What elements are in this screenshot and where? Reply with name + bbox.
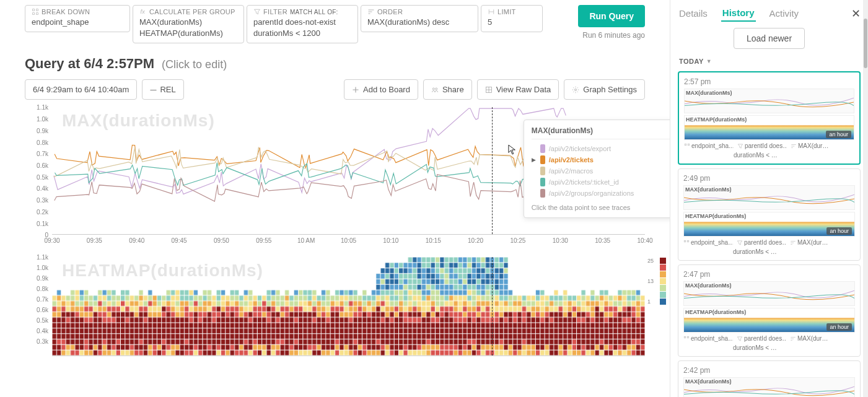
breakdown-icon [683, 240, 690, 246]
run-query-button[interactable]: Run Query [578, 5, 645, 27]
share-text: Share [442, 85, 464, 94]
rel-text: REL [160, 85, 175, 94]
order-icon [791, 143, 797, 149]
order-value: MAX(durationMs) desc [367, 17, 471, 28]
calculate-value-2: HEATMAP(durationMs) [139, 28, 237, 39]
hover-line-2 [492, 257, 493, 356]
svg-text:fx: fx [141, 9, 146, 15]
chart1-y-axis: 1.1k1.0k0.9k0.8k0.7k0.6k0.5k0.4k0.3k0.2k… [25, 107, 50, 235]
limit-value: 5 [488, 17, 536, 28]
share-button[interactable]: Share [423, 79, 472, 100]
history-card[interactable]: 2:57 pmMAX(durationMs)HEATMAP(durationMs… [678, 71, 861, 165]
order-segment[interactable]: ORDER MAX(durationMs) desc [361, 5, 478, 32]
history-card[interactable]: 2:49 pmMAX(durationMs)HEATMAP(durationMs… [678, 168, 861, 261]
order-label: ORDER [377, 8, 403, 15]
gear-icon [572, 86, 579, 94]
svg-rect-7 [684, 240, 686, 242]
hover-line [492, 107, 493, 234]
function-icon: fx [139, 8, 147, 15]
edit-hint: (Click to edit) [162, 58, 227, 71]
history-time: 2:47 pm [683, 270, 855, 279]
tooltip-row[interactable]: ▶/api/v2/tickets702 [532, 154, 670, 165]
tooltip-row[interactable]: /api/v2/tickets/:ticket_id510 [532, 177, 670, 188]
sidebar-scrollbar[interactable] [863, 0, 868, 397]
history-thumb-line: MAX(durationMs) [683, 377, 855, 397]
history-thumb-line: MAX(durationMs) [683, 281, 855, 306]
heatmap-legend: 25131 [647, 257, 666, 305]
history-meta-2: durationMs < … [683, 344, 855, 351]
history-time: 2:42 pm [683, 366, 855, 375]
chart1-x-axis: 09:3009:3509:4009:4509:5009:5510 AM10:05… [52, 237, 645, 250]
add-to-board-button[interactable]: Add to Board [344, 79, 418, 100]
rel-button[interactable]: —REL [142, 79, 183, 100]
add-to-board-text: Add to Board [363, 85, 410, 94]
history-card[interactable]: 2:42 pmMAX(durationMs)HEATMAP(durationMs… [678, 360, 861, 397]
svg-rect-8 [687, 240, 689, 242]
table-icon [485, 86, 493, 94]
svg-rect-5 [685, 144, 686, 146]
chart2-plot[interactable] [52, 257, 645, 356]
svg-point-2 [436, 88, 437, 90]
filter-value-2: durationMs < 1200 [253, 28, 351, 39]
limit-segment[interactable]: LIMIT 5 [481, 5, 543, 32]
order-icon [367, 8, 375, 15]
filter-icon [737, 336, 743, 342]
breakdown-segment[interactable]: BREAK DOWN endpoint_shape [25, 5, 130, 32]
heatmap-chart[interactable]: HEATMAP(durationMs) 1.1k1.0k0.9k0.8k0.7k… [25, 257, 645, 356]
line-chart[interactable]: MAX(durationMs) 1.1k1.0k0.9k0.8k0.7k0.6k… [25, 107, 645, 250]
toolbar: 6/4 9:29am to 6/4 10:40am —REL Add to Bo… [0, 77, 670, 107]
breakdown-icon [32, 8, 39, 15]
svg-point-4 [575, 89, 577, 90]
tab-details[interactable]: Details [678, 6, 709, 21]
svg-rect-6 [688, 144, 690, 146]
chart-tooltip: MAX(durationMs) /api/v2/tickets/export1,… [524, 120, 670, 218]
run-subtext: Run 6 minutes ago [578, 31, 645, 40]
breakdown-label: BREAK DOWN [42, 8, 90, 15]
chart2-y-axis: 1.1k1.0k0.9k0.8k0.7k0.6k0.5k0.4k0.3k [25, 257, 50, 341]
history-list: 2:57 pmMAX(durationMs)HEATMAP(durationMs… [670, 68, 868, 397]
history-meta: endpoint_sha…parentId does…MAX(dur… [683, 335, 855, 342]
filter-icon [737, 143, 743, 149]
limit-label: LIMIT [498, 8, 516, 15]
calculate-segment[interactable]: fxCALCULATE PER GROUP MAX(durationMs) HE… [133, 5, 244, 43]
history-meta-2: durationMs < … [683, 248, 855, 255]
close-sidebar-button[interactable]: ✕ [851, 7, 861, 20]
tooltip-footer: Click the data point to see traces [532, 204, 670, 211]
history-thumb-heat: HEATMAP(durationMs)an hour [684, 115, 854, 140]
query-builder: BREAK DOWN endpoint_shape fxCALCULATE PE… [0, 5, 670, 43]
breakdown-icon [684, 143, 690, 149]
breakdown-value: endpoint_shape [32, 17, 123, 28]
filter-value-1: parentId does-not-exist [253, 17, 351, 28]
graph-settings-button[interactable]: Graph Settings [564, 79, 645, 100]
history-meta-2: durationMs < … [684, 152, 854, 159]
calculate-label: CALCULATE PER GROUP [149, 8, 235, 15]
cursor-icon [508, 144, 517, 155]
view-raw-text: View Raw Data [496, 85, 551, 94]
filter-icon [737, 240, 743, 246]
history-section-today[interactable]: TODAY ▼ [670, 55, 868, 68]
tooltip-row[interactable]: /api/v2/macros628 [532, 165, 670, 177]
history-thumb-line: MAX(durationMs) [683, 185, 855, 210]
svg-point-1 [432, 88, 434, 90]
timerange-button[interactable]: 6/4 9:29am to 6/4 10:40am [25, 79, 137, 100]
view-raw-button[interactable]: View Raw Data [477, 79, 559, 100]
graph-settings-text: Graph Settings [583, 85, 637, 94]
breakdown-icon [683, 336, 690, 342]
filter-suffix: MATCH ALL OF: [290, 9, 338, 15]
tooltip-row[interactable]: /api/v2/tickets/export1,182 [532, 143, 670, 154]
plus-icon [352, 86, 359, 94]
svg-rect-10 [687, 336, 689, 338]
tab-history[interactable]: History [721, 5, 756, 22]
filter-segment[interactable]: FILTERMATCH ALL OF: parentId does-not-ex… [247, 5, 358, 43]
timerange-text: 6/4 9:29am to 6/4 10:40am [33, 85, 129, 94]
tooltip-title: MAX(durationMs) [532, 126, 670, 139]
history-card[interactable]: 2:47 pmMAX(durationMs)HEATMAP(durationMs… [678, 264, 861, 357]
tab-activity[interactable]: Activity [768, 6, 800, 21]
query-title[interactable]: Query at 6/4 2:57PM [25, 56, 154, 72]
limit-icon [488, 8, 495, 15]
load-newer-button[interactable]: Load newer [734, 28, 805, 49]
filter-icon [253, 8, 261, 15]
main-panel: BREAK DOWN endpoint_shape fxCALCULATE PE… [0, 0, 670, 397]
tooltip-row[interactable]: /api/v2/groups/organizations410 [532, 188, 670, 199]
history-time: 2:49 pm [683, 174, 855, 183]
